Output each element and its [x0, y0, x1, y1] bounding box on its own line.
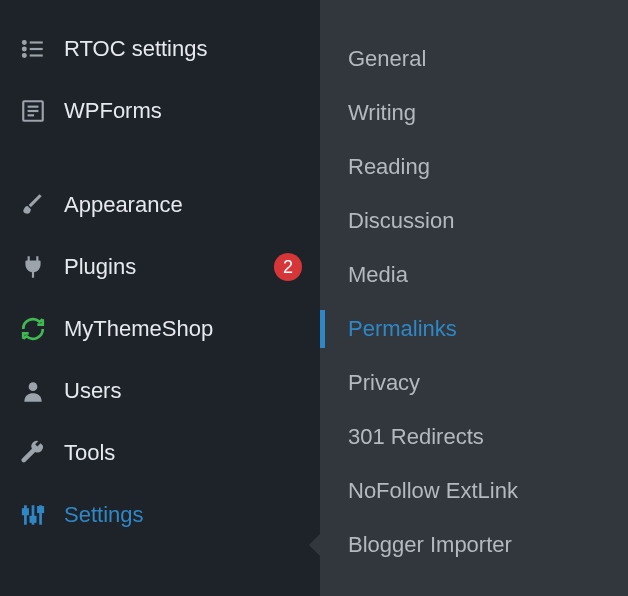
sidebar-item-label: Plugins: [64, 254, 264, 280]
submenu-item-discussion[interactable]: Discussion: [320, 194, 628, 248]
submenu-label: General: [348, 46, 426, 71]
refresh-icon: [18, 314, 48, 344]
list-icon: [18, 34, 48, 64]
update-count-badge: 2: [274, 253, 302, 281]
svg-point-1: [23, 48, 26, 51]
sidebar-item-label: RTOC settings: [64, 36, 302, 62]
svg-rect-14: [23, 510, 27, 514]
sliders-icon: [18, 500, 48, 530]
submenu-item-media[interactable]: Media: [320, 248, 628, 302]
sidebar-item-label: Appearance: [64, 192, 302, 218]
submenu-item-301-redirects[interactable]: 301 Redirects: [320, 410, 628, 464]
submenu-label: Discussion: [348, 208, 454, 233]
admin-sidebar: RTOC settings WPForms Appearance Plugins: [0, 0, 320, 596]
svg-point-10: [29, 382, 38, 391]
submenu-label: Writing: [348, 100, 416, 125]
sidebar-item-label: Settings: [64, 502, 302, 528]
svg-rect-16: [38, 507, 42, 511]
submenu-label: Privacy: [348, 370, 420, 395]
submenu-item-permalinks[interactable]: Permalinks: [320, 302, 628, 356]
submenu-item-nofollow-extlink[interactable]: NoFollow ExtLink: [320, 464, 628, 518]
submenu-label: NoFollow ExtLink: [348, 478, 518, 503]
submenu-label: Reading: [348, 154, 430, 179]
settings-submenu: General Writing Reading Discussion Media…: [320, 0, 628, 596]
sidebar-item-tools[interactable]: Tools: [0, 422, 320, 484]
user-icon: [18, 376, 48, 406]
plug-icon: [18, 252, 48, 282]
sidebar-item-plugins[interactable]: Plugins 2: [0, 236, 320, 298]
sidebar-item-settings[interactable]: Settings: [0, 484, 320, 546]
submenu-item-reading[interactable]: Reading: [320, 140, 628, 194]
wrench-icon: [18, 438, 48, 468]
sidebar-item-label: Tools: [64, 440, 302, 466]
submenu-item-blogger-importer[interactable]: Blogger Importer: [320, 518, 628, 572]
sidebar-item-label: WPForms: [64, 98, 302, 124]
form-icon: [18, 96, 48, 126]
sidebar-item-label: Users: [64, 378, 302, 404]
submenu-label: Media: [348, 262, 408, 287]
submenu-label: Permalinks: [348, 316, 457, 341]
sidebar-item-rtoc-settings[interactable]: RTOC settings: [0, 18, 320, 80]
brush-icon: [18, 190, 48, 220]
sidebar-item-appearance[interactable]: Appearance: [0, 174, 320, 236]
svg-rect-15: [31, 517, 35, 521]
sidebar-item-label: MyThemeShop: [64, 316, 302, 342]
submenu-item-general[interactable]: General: [320, 32, 628, 86]
submenu-label: Blogger Importer: [348, 532, 512, 557]
svg-point-0: [23, 41, 26, 44]
submenu-item-writing[interactable]: Writing: [320, 86, 628, 140]
sidebar-item-users[interactable]: Users: [0, 360, 320, 422]
sidebar-item-mythemeshop[interactable]: MyThemeShop: [0, 298, 320, 360]
submenu-item-privacy[interactable]: Privacy: [320, 356, 628, 410]
submenu-label: 301 Redirects: [348, 424, 484, 449]
sidebar-item-wpforms[interactable]: WPForms: [0, 80, 320, 142]
svg-point-2: [23, 54, 26, 57]
